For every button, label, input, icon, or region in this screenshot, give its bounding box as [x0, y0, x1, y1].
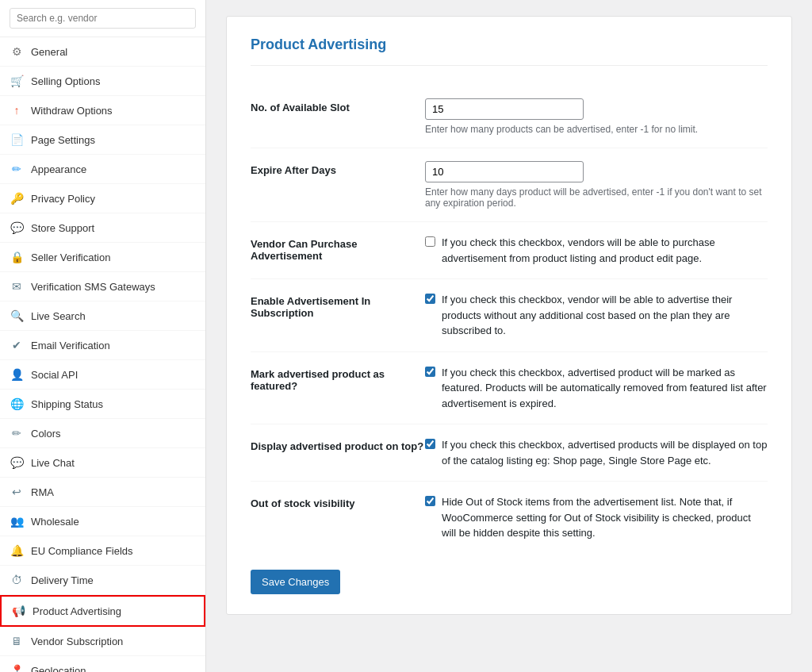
email-verification-icon: ✔	[10, 338, 24, 352]
sidebar-item-geolocation[interactable]: 📍Geolocation	[0, 656, 205, 672]
checkbox-label-vendor-purchase: If you check this checkbox, vendors will…	[442, 235, 768, 266]
sidebar-item-withdraw-options[interactable]: ↑Withdraw Options	[0, 96, 205, 125]
general-icon: ⚙	[10, 44, 24, 59]
form-field-available-slot: Enter how many products can be advertise…	[425, 98, 768, 135]
sidebar-item-label-seller-verification: Seller Verification	[31, 252, 110, 263]
content-box: Product Advertising No. of Available Slo…	[226, 16, 792, 615]
page-settings-icon: 📄	[10, 132, 24, 147]
sidebar-item-appearance[interactable]: ✏Appearance	[0, 155, 205, 184]
sidebar-item-label-general: General	[31, 46, 67, 58]
form-row-display-on-top: Display advertised product on top?If you…	[251, 424, 768, 482]
sidebar-search-container	[0, 0, 205, 37]
sidebar-item-label-store-support: Store Support	[31, 222, 94, 234]
appearance-icon: ✏	[10, 162, 24, 176]
sidebar-item-label-social-api: Social API	[31, 369, 78, 381]
form-row-mark-featured: Mark advertised product as featured?If y…	[251, 352, 768, 425]
sidebar-item-product-advertising[interactable]: 📢Product Advertising	[0, 595, 205, 627]
sidebar-item-page-settings[interactable]: 📄Page Settings	[0, 125, 205, 155]
sidebar-item-general[interactable]: ⚙General	[0, 37, 205, 67]
form-label-enable-subscription: Enable Advertisement In Subscription	[251, 292, 425, 319]
sidebar-item-label-live-chat: Live Chat	[31, 457, 75, 469]
checkbox-label-out-of-stock: Hide Out of Stock items from the adverti…	[442, 494, 768, 541]
sidebar-item-social-api[interactable]: 👤Social API	[0, 360, 205, 390]
sidebar-item-label-email-verification: Email Verification	[31, 340, 110, 351]
privacy-policy-icon: 🔑	[10, 191, 24, 205]
form-label-out-of-stock: Out of stock visibility	[251, 494, 425, 509]
sidebar-item-store-support[interactable]: 💬Store Support	[0, 213, 205, 243]
checkbox-vendor-purchase[interactable]	[425, 236, 435, 247]
sidebar-search-input[interactable]	[10, 8, 196, 29]
sidebar-item-label-eu-compliance: EU Compliance Fields	[31, 545, 133, 557]
sidebar-item-label-selling-options: Selling Options	[31, 75, 100, 87]
form-field-enable-subscription: If you check this checkbox, vendor will …	[425, 292, 768, 339]
sidebar-item-colors[interactable]: ✏Colors	[0, 419, 205, 448]
sidebar-item-vendor-subscription[interactable]: 🖥Vendor Subscription	[0, 627, 205, 656]
form-label-expire-days: Expire After Days	[251, 161, 425, 176]
sidebar-item-verification-sms[interactable]: ✉Verification SMS Gateways	[0, 272, 205, 301]
wholesale-icon: 👥	[10, 514, 24, 528]
sidebar-item-label-vendor-subscription: Vendor Subscription	[31, 636, 123, 647]
checkbox-enable-subscription[interactable]	[425, 294, 435, 304]
sidebar-item-seller-verification[interactable]: 🔒Seller Verification	[0, 243, 205, 272]
form-label-mark-featured: Mark advertised product as featured?	[251, 365, 425, 392]
form-row-enable-subscription: Enable Advertisement In SubscriptionIf y…	[251, 279, 768, 352]
form-row-vendor-purchase: Vendor Can Purchase AdvertisementIf you …	[251, 222, 768, 279]
eu-compliance-icon: 🔔	[10, 543, 24, 558]
delivery-time-icon: ⏱	[10, 573, 24, 587]
form-label-available-slot: No. of Available Slot	[251, 98, 425, 113]
sidebar-item-label-privacy-policy: Privacy Policy	[31, 193, 95, 205]
verification-sms-icon: ✉	[10, 279, 24, 294]
sidebar-item-shipping-status[interactable]: 🌐Shipping Status	[0, 390, 205, 419]
hint-available-slot: Enter how many products can be advertise…	[425, 124, 768, 135]
form-label-vendor-purchase: Vendor Can Purchase Advertisement	[251, 235, 425, 262]
form-field-vendor-purchase: If you check this checkbox, vendors will…	[425, 235, 768, 266]
sidebar-item-label-verification-sms: Verification SMS Gateways	[31, 281, 155, 293]
checkbox-label-mark-featured: If you check this checkbox, advertised p…	[442, 365, 768, 412]
store-support-icon: 💬	[10, 221, 24, 235]
sidebar-item-wholesale[interactable]: 👥Wholesale	[0, 507, 205, 536]
sidebar-item-label-geolocation: Geolocation	[31, 665, 86, 673]
checkbox-row-mark-featured: If you check this checkbox, advertised p…	[425, 365, 768, 412]
product-advertising-icon: 📢	[11, 604, 25, 618]
shipping-status-icon: 🌐	[10, 397, 24, 411]
checkbox-row-enable-subscription: If you check this checkbox, vendor will …	[425, 292, 768, 339]
main-content: Product Advertising No. of Available Slo…	[206, 0, 812, 672]
checkbox-display-on-top[interactable]	[425, 439, 435, 449]
withdraw-options-icon: ↑	[10, 103, 24, 117]
sidebar-item-label-wholesale: Wholesale	[31, 516, 79, 528]
checkbox-label-enable-subscription: If you check this checkbox, vendor will …	[442, 292, 768, 339]
form-field-out-of-stock: Hide Out of Stock items from the adverti…	[425, 494, 768, 541]
sidebar-item-delivery-time[interactable]: ⏱Delivery Time	[0, 566, 205, 595]
checkbox-label-display-on-top: If you check this checkbox, advertised p…	[442, 437, 768, 468]
sidebar-item-live-search[interactable]: 🔍Live Search	[0, 301, 205, 331]
form-field-mark-featured: If you check this checkbox, advertised p…	[425, 365, 768, 412]
seller-verification-icon: 🔒	[10, 250, 24, 264]
hint-expire-days: Enter how many days product will be adve…	[425, 186, 768, 209]
sidebar-item-selling-options[interactable]: 🛒Selling Options	[0, 67, 205, 96]
colors-icon: ✏	[10, 426, 24, 440]
sidebar: ⚙General🛒Selling Options↑Withdraw Option…	[0, 0, 206, 672]
checkbox-row-vendor-purchase: If you check this checkbox, vendors will…	[425, 235, 768, 266]
input-available-slot[interactable]	[425, 98, 584, 120]
sidebar-item-label-delivery-time: Delivery Time	[31, 574, 94, 586]
form-row-out-of-stock: Out of stock visibilityHide Out of Stock…	[251, 482, 768, 554]
live-search-icon: 🔍	[10, 309, 24, 323]
checkbox-out-of-stock[interactable]	[425, 496, 435, 506]
sidebar-item-label-appearance: Appearance	[31, 163, 86, 175]
rma-icon: ↩	[10, 485, 24, 499]
form-row-expire-days: Expire After DaysEnter how many days pro…	[251, 148, 768, 222]
sidebar-item-label-live-search: Live Search	[31, 310, 86, 322]
input-expire-days[interactable]	[425, 161, 584, 182]
sidebar-item-privacy-policy[interactable]: 🔑Privacy Policy	[0, 184, 205, 213]
page-title: Product Advertising	[251, 36, 768, 66]
sidebar-item-email-verification[interactable]: ✔Email Verification	[0, 331, 205, 360]
sidebar-item-live-chat[interactable]: 💬Live Chat	[0, 448, 205, 478]
live-chat-icon: 💬	[10, 455, 24, 470]
checkbox-mark-featured[interactable]	[425, 367, 435, 377]
form-label-display-on-top: Display advertised product on top?	[251, 437, 425, 452]
checkbox-row-out-of-stock: Hide Out of Stock items from the adverti…	[425, 494, 768, 541]
save-changes-button[interactable]: Save Changes	[251, 570, 340, 594]
sidebar-item-eu-compliance[interactable]: 🔔EU Compliance Fields	[0, 536, 205, 566]
checkbox-row-display-on-top: If you check this checkbox, advertised p…	[425, 437, 768, 468]
sidebar-item-rma[interactable]: ↩RMA	[0, 478, 205, 507]
